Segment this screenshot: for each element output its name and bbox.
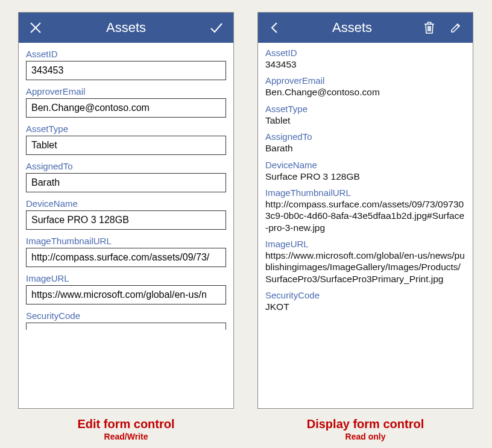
field-imageurl: ImageURL <box>26 273 226 304</box>
dfield-assignedto: AssignedTo Barath <box>265 131 465 154</box>
assettype-input[interactable] <box>26 136 226 155</box>
back-icon[interactable] <box>263 16 287 40</box>
field-value: JKOT <box>265 301 465 312</box>
field-devicename: DeviceName <box>26 198 226 230</box>
field-label: AssetType <box>26 124 226 134</box>
display-form-body: AssetID 343453 ApproverEmail Ben.Change@… <box>258 43 473 408</box>
field-value: Surface PRO 3 128GB <box>265 171 465 182</box>
edit-form-body: AssetID ApproverEmail AssetType Assigned… <box>19 43 233 408</box>
field-label: ImageThumbnailURL <box>26 236 226 246</box>
field-label: ImageURL <box>265 239 465 249</box>
field-label: ApproverEmail <box>26 86 226 96</box>
devicename-input[interactable] <box>26 210 226 230</box>
field-label: DeviceName <box>26 198 226 209</box>
field-assignedto: AssignedTo <box>26 161 226 192</box>
field-imagethumbnailurl: ImageThumbnailURL <box>26 236 226 267</box>
caption-title: Edit form control <box>18 417 234 431</box>
caption-title: Display form control <box>257 417 473 431</box>
assignedto-input[interactable] <box>26 173 226 192</box>
field-approveremail: ApproverEmail <box>26 86 226 118</box>
field-value: Barath <box>265 142 465 154</box>
dfield-imagethumbnailurl: ImageThumbnailURL http://compass.surface… <box>265 188 465 233</box>
close-icon[interactable] <box>24 16 48 40</box>
caption-subtitle: Read/Write <box>18 432 234 441</box>
trash-icon[interactable] <box>417 16 441 40</box>
field-label: AssetID <box>265 48 465 58</box>
field-label: AssignedTo <box>26 161 226 171</box>
field-value: Tablet <box>265 115 465 126</box>
dfield-approveremail: ApproverEmail Ben.Change@contoso.com <box>265 75 465 98</box>
field-label: AssetType <box>265 104 465 114</box>
field-value: http://compass.surface.com/assets/09/73/… <box>265 198 465 233</box>
field-assettype: AssetType <box>26 124 226 155</box>
edit-title: Assets <box>48 20 204 36</box>
edit-form-screen: Assets AssetID ApproverEmail AssetType A… <box>18 12 234 409</box>
imagethumbnailurl-input[interactable] <box>26 248 226 267</box>
field-label: AssignedTo <box>265 131 465 142</box>
field-label: SecurityCode <box>26 311 226 321</box>
caption-subtitle: Read only <box>257 432 473 441</box>
dfield-imageurl: ImageURL https://www.microsoft.com/globa… <box>265 239 465 285</box>
securitycode-input[interactable] <box>26 323 226 330</box>
dfield-assetid: AssetID 343453 <box>265 48 465 70</box>
edit-caption: Edit form control Read/Write <box>18 417 234 441</box>
field-value: Ben.Change@contoso.com <box>265 86 465 98</box>
dfield-devicename: DeviceName Surface PRO 3 128GB <box>265 160 465 182</box>
dfield-assettype: AssetType Tablet <box>265 104 465 126</box>
imageurl-input[interactable] <box>26 285 226 304</box>
field-label: SecurityCode <box>265 290 465 300</box>
field-value: 343453 <box>265 58 465 70</box>
approveremail-input[interactable] <box>26 98 226 118</box>
display-title: Assets <box>287 20 417 36</box>
edit-icon[interactable] <box>444 16 468 40</box>
field-label: DeviceName <box>265 160 465 170</box>
edit-titlebar: Assets <box>19 13 233 43</box>
assetid-input[interactable] <box>26 61 226 80</box>
field-label: ApproverEmail <box>265 75 465 86</box>
display-titlebar: Assets <box>258 13 473 43</box>
field-label: AssetID <box>26 49 226 59</box>
field-label: ImageURL <box>26 273 226 283</box>
display-form-screen: Assets AssetID <box>257 12 473 409</box>
field-label: ImageThumbnailURL <box>265 188 465 198</box>
checkmark-icon[interactable] <box>204 16 229 40</box>
field-securitycode: SecurityCode <box>26 311 226 330</box>
field-value: https://www.microsoft.com/global/en-us/n… <box>265 250 465 285</box>
field-assetid: AssetID <box>26 49 226 80</box>
dfield-securitycode: SecurityCode JKOT <box>265 290 465 312</box>
display-caption: Display form control Read only <box>257 417 473 441</box>
